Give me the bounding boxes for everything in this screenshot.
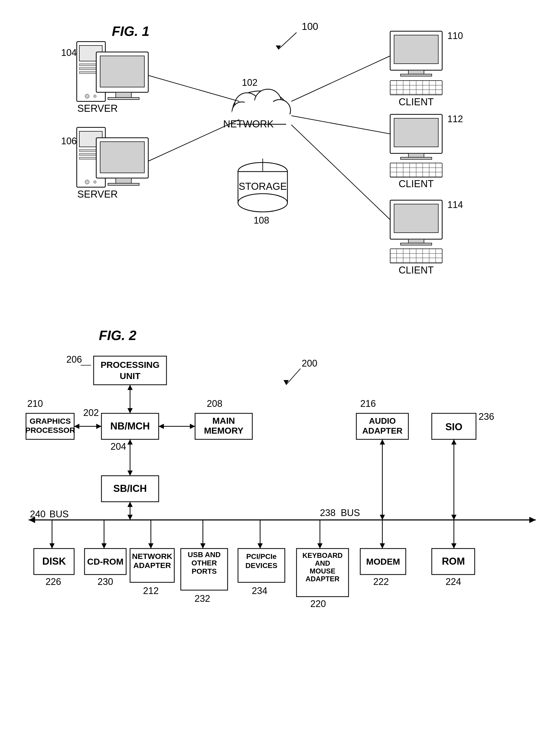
svg-text:212: 212 — [143, 585, 159, 596]
svg-text:MEMORY: MEMORY — [204, 425, 243, 435]
svg-text:MODEM: MODEM — [366, 557, 400, 566]
svg-line-101 — [286, 368, 300, 385]
svg-rect-78 — [394, 204, 438, 233]
svg-rect-35 — [108, 183, 139, 185]
svg-marker-118 — [190, 424, 195, 429]
svg-text:BUS: BUS — [341, 507, 360, 518]
svg-marker-168 — [148, 543, 153, 548]
svg-text:BUS: BUS — [49, 509, 69, 519]
svg-text:106: 106 — [61, 136, 77, 146]
svg-line-98 — [291, 116, 390, 134]
svg-text:CLIENT: CLIENT — [398, 265, 434, 276]
svg-text:ADAPTER: ADAPTER — [133, 561, 171, 570]
svg-marker-136 — [529, 517, 536, 523]
svg-marker-155 — [451, 515, 456, 520]
svg-marker-174 — [200, 543, 205, 548]
svg-text:230: 230 — [98, 576, 113, 587]
svg-text:OTHER: OTHER — [191, 559, 217, 567]
svg-rect-44 — [394, 35, 438, 64]
svg-text:112: 112 — [447, 114, 463, 124]
svg-text:SERVER: SERVER — [77, 103, 118, 114]
svg-text:100: 100 — [302, 21, 318, 32]
svg-point-18 — [94, 95, 96, 98]
svg-text:220: 220 — [310, 598, 326, 609]
svg-rect-22 — [108, 98, 139, 100]
svg-text:ADAPTER: ADAPTER — [306, 575, 340, 583]
svg-line-99 — [291, 125, 390, 220]
svg-marker-150 — [380, 439, 385, 444]
svg-text:210: 210 — [27, 398, 43, 409]
svg-marker-181 — [258, 543, 263, 548]
svg-marker-200 — [451, 543, 456, 548]
svg-rect-61 — [394, 118, 438, 147]
svg-text:UNIT: UNIT — [120, 371, 140, 381]
svg-text:224: 224 — [446, 576, 461, 587]
svg-marker-156 — [451, 439, 456, 444]
svg-marker-130 — [127, 439, 133, 444]
svg-text:DEVICES: DEVICES — [246, 561, 278, 570]
svg-text:AUDIO: AUDIO — [369, 416, 396, 425]
svg-text:NETWORK: NETWORK — [132, 552, 172, 560]
svg-rect-80 — [401, 243, 432, 245]
svg-text:DISK: DISK — [42, 556, 66, 567]
fig1-container: FIG. 1 100 NETWORK — [21, 16, 541, 302]
svg-text:208: 208 — [207, 398, 222, 409]
svg-rect-63 — [401, 157, 432, 159]
svg-point-40 — [238, 194, 287, 212]
svg-text:104: 104 — [61, 47, 77, 58]
svg-text:ROM: ROM — [442, 556, 465, 567]
svg-text:SERVER: SERVER — [77, 189, 118, 200]
svg-text:GRAPHICS: GRAPHICS — [30, 417, 71, 425]
svg-line-94 — [148, 75, 239, 101]
svg-text:206: 206 — [66, 354, 82, 365]
fig1-svg: 100 NETWORK 102 — [21, 16, 541, 302]
svg-marker-149 — [380, 515, 385, 520]
svg-text:ADAPTER: ADAPTER — [362, 426, 403, 435]
svg-line-1 — [278, 33, 297, 49]
network-label: NETWORK — [223, 119, 274, 130]
svg-text:SIO: SIO — [445, 421, 462, 432]
svg-text:216: 216 — [360, 398, 376, 409]
svg-line-95 — [148, 120, 239, 161]
svg-text:SB/ICH: SB/ICH — [113, 483, 147, 494]
svg-marker-109 — [127, 408, 133, 413]
svg-marker-158 — [49, 543, 55, 548]
svg-rect-34 — [116, 178, 131, 183]
svg-text:NB/MCH: NB/MCH — [110, 420, 150, 431]
svg-text:236: 236 — [479, 411, 494, 422]
svg-point-30 — [85, 180, 89, 184]
svg-text:200: 200 — [302, 358, 317, 368]
svg-rect-46 — [401, 74, 432, 76]
svg-point-31 — [94, 181, 96, 183]
svg-marker-119 — [159, 424, 164, 429]
svg-text:226: 226 — [46, 576, 61, 587]
svg-marker-187 — [317, 543, 323, 548]
svg-text:CD-ROM: CD-ROM — [87, 557, 124, 566]
svg-text:204: 204 — [111, 441, 126, 452]
svg-text:AND: AND — [315, 559, 330, 567]
svg-marker-116 — [96, 424, 101, 429]
fig2-svg: 200 PROCESSING UNIT 206 NB/MCH 202 — [21, 323, 554, 725]
svg-text:232: 232 — [195, 593, 210, 604]
svg-line-97 — [291, 56, 390, 101]
svg-text:202: 202 — [83, 407, 99, 418]
svg-text:102: 102 — [242, 77, 258, 88]
svg-text:PROCESSING: PROCESSING — [101, 360, 160, 370]
svg-rect-33 — [100, 142, 144, 173]
svg-rect-62 — [408, 153, 424, 157]
svg-text:108: 108 — [254, 215, 269, 226]
svg-text:USB AND: USB AND — [188, 551, 221, 559]
svg-text:PROCESSOR: PROCESSOR — [25, 426, 75, 434]
svg-point-17 — [85, 94, 89, 98]
svg-text:222: 222 — [373, 576, 389, 587]
svg-rect-79 — [408, 239, 424, 243]
svg-marker-163 — [101, 543, 107, 548]
svg-marker-195 — [380, 543, 385, 548]
svg-marker-142 — [127, 515, 133, 520]
svg-text:240: 240 — [30, 509, 46, 519]
svg-text:CLIENT: CLIENT — [398, 178, 434, 189]
svg-rect-21 — [116, 92, 131, 98]
svg-rect-45 — [408, 70, 424, 74]
svg-text:110: 110 — [447, 30, 463, 41]
svg-marker-129 — [127, 470, 133, 476]
